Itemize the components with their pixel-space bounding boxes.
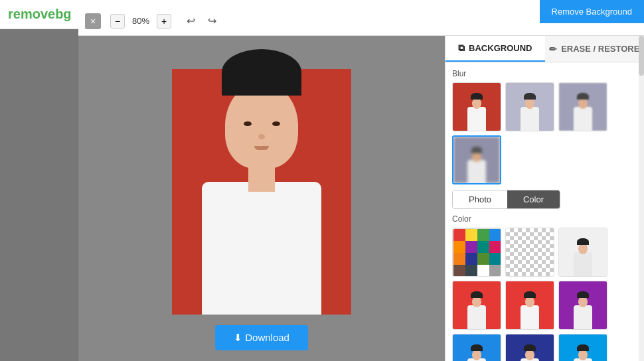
color-thumb-blue[interactable] [452,334,501,361]
color-thumb-white[interactable] [558,228,607,277]
blur-thumb-0[interactable] [452,82,501,131]
photo-toggle-button[interactable]: Photo [453,190,507,208]
tab-erase-restore[interactable]: ✏ ERASE / RESTORE [545,36,645,62]
palette-cell-2 [465,229,477,241]
blur-thumbnails-row2 [452,135,637,184]
remove-bg-button[interactable]: Remove Background [540,0,644,23]
palette-grid [453,228,501,277]
color-thumb-green[interactable] [505,281,554,330]
palette-cell-16 [489,265,501,277]
scrollbar-track[interactable] [639,36,644,361]
color-thumb-transparent[interactable] [505,228,554,277]
blur-thumbnails-row1 [452,82,637,131]
tab-background[interactable]: ⧉ BACKGROUND [445,36,545,62]
palette-cell-3 [477,229,489,241]
close-button[interactable]: × [85,13,101,29]
nose [258,134,265,139]
zoom-in-button[interactable]: + [157,14,171,29]
undo-redo-controls: ↩ ↪ [182,13,220,30]
palette-cell-10 [465,253,477,265]
palette-cell-13 [453,265,465,277]
palette-cell-14 [465,265,477,277]
canvas-area: ⬇ Download [78,36,445,361]
sidebar-content: Blur [445,62,644,361]
undo-button[interactable]: ↩ [182,13,199,30]
zoom-value: 80% [129,16,153,26]
color-thumbnails-row2 [452,281,637,330]
download-button[interactable]: ⬇ Download [215,325,308,350]
sidebar-tabs: ⧉ BACKGROUND ✏ ERASE / RESTORE [445,36,644,62]
person-hair [222,49,301,96]
mouth [254,146,269,150]
palette-cell-4 [489,229,501,241]
layers-icon: ⧉ [458,42,465,54]
modal-body: ⬇ Download ⧉ BACKGROUND ✏ ERASE / RESTOR… [78,36,644,361]
app-logo: removebg [8,7,72,22]
eraser-icon: ✏ [549,44,557,54]
zoom-out-button[interactable]: − [110,14,125,29]
palette-cell-9 [453,253,465,265]
blur-thumb-3[interactable] [452,135,501,184]
zoom-controls: − 80% + [110,14,171,29]
palette-cell-12 [489,253,501,265]
color-thumb-purple[interactable] [558,281,607,330]
palette-cell-1 [453,229,465,241]
color-thumbnails-row1 [452,228,637,277]
redo-button[interactable]: ↪ [203,13,220,30]
color-thumbnails-row3 [452,334,637,361]
palette-cell-11 [477,253,489,265]
palette-cell-7 [477,241,489,253]
scrollbar-thumb[interactable] [639,36,644,76]
color-thumb-red[interactable] [452,281,501,330]
color-thumb-palette[interactable] [452,228,501,277]
palette-cell-5 [453,241,465,253]
blur-thumb-1[interactable] [505,82,554,131]
color-thumb-darkblue[interactable] [505,334,554,361]
photo-frame [172,69,351,315]
blur-label: Blur [452,69,637,78]
blur-thumb-2[interactable] [558,82,607,131]
palette-cell-6 [465,241,477,253]
photo-color-toggle: Photo Color [452,190,560,209]
palette-cell-15 [477,265,489,277]
person-shirt [202,182,321,315]
right-sidebar: ⧉ BACKGROUND ✏ ERASE / RESTORE Blur [445,36,644,361]
color-toggle-button[interactable]: Color [507,190,560,208]
palette-cell-8 [489,241,501,253]
color-label: Color [452,214,637,224]
eye-left [244,121,252,126]
color-thumb-lightblue[interactable] [558,334,607,361]
modal-container: × − 80% + ↩ ↪ [78,7,644,361]
eye-right [272,121,280,126]
